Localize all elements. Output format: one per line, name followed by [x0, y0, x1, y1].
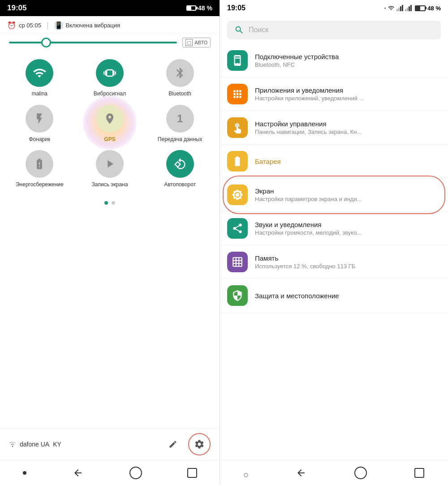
wifi-tile-icon	[26, 59, 53, 87]
connected-title: Подключенные устройства	[255, 53, 441, 60]
screen-title: Экран	[255, 187, 441, 195]
carrier-name: dafone UA	[20, 441, 49, 448]
settings-item-battery[interactable]: Батарея	[220, 145, 448, 178]
tile-data[interactable]: 1 Передача данных	[149, 105, 211, 143]
bluetooth-tile-icon	[166, 59, 194, 87]
gps-tile-label: GPS	[104, 136, 115, 143]
settings-shortcut-button[interactable]	[188, 433, 211, 455]
auto-label: АВТО	[194, 40, 207, 45]
auto-brightness-button[interactable]: □ АВТО	[182, 38, 211, 47]
search-icon	[234, 25, 244, 35]
battery-icon-right	[415, 5, 426, 11]
nav-bar-left	[0, 460, 220, 485]
edit-button[interactable]	[165, 436, 181, 452]
security-text: Защита и местоположение	[255, 292, 441, 300]
sounds-title: Звуки и уведомления	[255, 221, 441, 228]
tile-battery-save[interactable]: Энергосбережение	[9, 150, 70, 189]
tile-vibro[interactable]: Вибросигнал	[79, 59, 141, 98]
autorotate-tile-label: Автоповорот	[164, 181, 196, 189]
dot-1	[104, 201, 108, 205]
settings-item-controls[interactable]: Настройки управления Панель навигации, З…	[220, 111, 448, 145]
settings-item-memory[interactable]: Память Используется 12 %, свободно 113 Г…	[220, 245, 448, 279]
controls-text: Настройки управления Панель навигации, З…	[255, 120, 441, 135]
quick-tiles-row3: Энергосбережение Запись экрана Автоповор…	[0, 150, 220, 197]
nav-recent-right[interactable]	[414, 468, 424, 478]
sounds-icon	[227, 218, 248, 239]
gps-tile-icon	[96, 105, 124, 133]
autorotate-tile-icon	[166, 150, 194, 178]
settings-item-connected[interactable]: Подключенные устройства Bluetooth, NFC	[220, 44, 448, 77]
signal-icon	[9, 441, 16, 448]
tile-screen-rec[interactable]: Запись экрана	[79, 150, 141, 189]
sounds-subtitle: Настройки громкости, мелодий, звуко...	[255, 229, 441, 236]
settings-item-screen[interactable]: Экран Настройки параметров экрана и инди…	[220, 178, 448, 212]
vibration-notif: 📳 Включена вибрация	[54, 21, 120, 30]
tile-bluetooth[interactable]: Bluetooth	[149, 59, 211, 98]
alarm-notif: ⏰ ср 05:05	[7, 21, 41, 30]
battery-save-tile-icon	[26, 150, 53, 178]
tile-wifi[interactable]: malina	[9, 59, 70, 98]
screen-subtitle: Настройки параметров экрана и инди...	[255, 196, 441, 202]
nav-home-right[interactable]	[354, 467, 367, 479]
tile-gps[interactable]: GPS	[79, 105, 141, 143]
tile-autorotate[interactable]: Автоповорот	[149, 150, 211, 189]
status-right-icons: ● 48 %	[384, 5, 441, 12]
pagination-dots	[0, 197, 220, 210]
memory-icon	[227, 252, 248, 272]
battery-save-tile-label: Энергосбережение	[16, 181, 64, 189]
battery-icon	[227, 151, 248, 172]
nav-dot-right	[244, 471, 247, 475]
brightness-thumb[interactable]	[41, 38, 51, 47]
connected-text: Подключенные устройства Bluetooth, NFC	[255, 53, 441, 68]
controls-icon	[227, 117, 248, 138]
status-bar-right: 19:05 ● 48 %	[220, 0, 448, 16]
controls-subtitle: Панель навигации, Запись экрана, Кн...	[255, 129, 441, 135]
left-panel: 19:05 48 % ⏰ ср 05:05 | 📳 Включена вибра…	[0, 0, 220, 485]
carrier-region: KY	[53, 441, 61, 448]
bottom-icons	[165, 433, 211, 455]
battery-percent-right: 48 %	[427, 5, 441, 12]
bottom-bar: dafone UA KY	[0, 428, 220, 460]
vibration-label: Включена вибрация	[66, 22, 120, 29]
nav-recent-left[interactable]	[187, 468, 197, 478]
wifi-tile-label: malina	[32, 90, 47, 98]
svg-point-1	[244, 473, 248, 477]
battery-text: Батарея	[255, 158, 441, 165]
flashlight-tile-label: Фонарик	[29, 136, 50, 143]
bluetooth-tile-label: Bluetooth	[168, 90, 191, 98]
carrier-info: dafone UA KY	[9, 441, 61, 448]
memory-title: Память	[255, 254, 441, 262]
search-placeholder: Поиск	[249, 26, 268, 34]
notification-area: ⏰ ср 05:05 | 📳 Включена вибрация	[0, 16, 220, 33]
security-title: Защита и местоположение	[255, 292, 441, 300]
flashlight-tile-icon	[26, 105, 53, 133]
alarm-icon: ⏰	[7, 21, 16, 30]
memory-subtitle: Используется 12 %, свободно 113 ГБ	[255, 263, 441, 270]
search-bar[interactable]: Поиск	[227, 21, 441, 39]
screen-rec-tile-icon	[96, 150, 124, 178]
auto-icon: □	[185, 39, 193, 46]
brightness-slider[interactable]	[9, 42, 177, 43]
nav-back-right[interactable]	[295, 467, 307, 479]
apps-title: Приложения и уведомления	[255, 86, 441, 94]
status-bar-left: 19:05 48 %	[0, 0, 220, 16]
tile-flashlight[interactable]: Фонарик	[9, 105, 70, 143]
settings-item-security[interactable]: Защита и местоположение	[220, 279, 448, 313]
settings-item-apps[interactable]: Приложения и уведомления Настройки прило…	[220, 77, 448, 111]
vibro-tile-icon	[96, 59, 124, 87]
signal-bars-right	[396, 5, 403, 11]
controls-title: Настройки управления	[255, 120, 441, 128]
nav-back-left[interactable]	[72, 467, 84, 479]
connected-subtitle: Bluetooth, NFC	[255, 61, 441, 68]
settings-item-sounds[interactable]: Звуки и уведомления Настройки громкости,…	[220, 212, 448, 245]
alarm-time: ср 05:05	[19, 22, 41, 29]
nav-home-left[interactable]	[129, 467, 142, 479]
dot-2	[112, 201, 115, 205]
screen-icon	[227, 185, 248, 205]
screen-text: Экран Настройки параметров экрана и инди…	[255, 187, 441, 202]
time-right: 19:05	[227, 4, 246, 12]
battery-left: 48 %	[186, 4, 212, 12]
security-icon	[227, 285, 248, 306]
time-left: 19:05	[7, 4, 26, 13]
quick-tiles-row2: Фонарик GPS 1 Передача данных	[0, 105, 220, 150]
